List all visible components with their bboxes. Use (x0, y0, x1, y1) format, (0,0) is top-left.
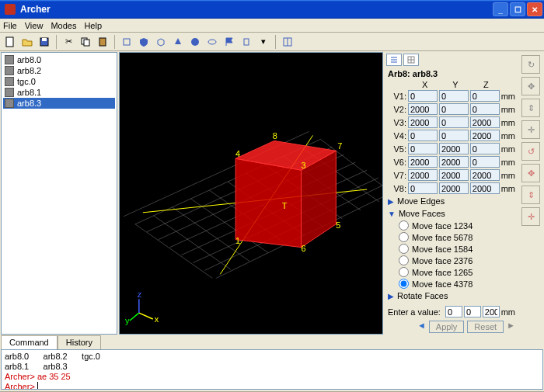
v5-x[interactable] (408, 143, 438, 154)
value-y[interactable] (464, 306, 481, 317)
forward-arrow-icon[interactable]: ► (507, 321, 515, 333)
shape-sphere-icon[interactable] (188, 35, 202, 49)
radio-face-1584[interactable]: Move face 1584 (385, 243, 518, 255)
section-move-faces[interactable]: ▼Move Faces (385, 207, 518, 220)
rotate-ccw-icon[interactable]: ↺ (521, 142, 540, 161)
panel-tab-list-icon[interactable] (386, 54, 402, 66)
panel-tab-grid-icon[interactable] (403, 54, 419, 66)
v2-z[interactable] (470, 103, 500, 115)
radio-face-1234[interactable]: Move face 1234 (385, 220, 518, 231)
maximize-button[interactable]: ☐ (510, 2, 525, 16)
svg-text:z: z (138, 290, 142, 299)
radio-face-5678[interactable]: Move face 5678 (385, 231, 518, 243)
minimize-button[interactable]: _ (493, 2, 508, 16)
v6-x[interactable] (408, 156, 438, 168)
shape-flag-icon[interactable] (222, 35, 236, 49)
v6-y[interactable] (439, 156, 469, 168)
tree-item-arb8-2[interactable]: arb8.2 (3, 65, 115, 76)
reset-button[interactable]: Reset (467, 321, 504, 333)
object-icon (5, 88, 14, 97)
v2-x[interactable] (408, 103, 438, 115)
apply-button[interactable]: Apply (429, 321, 465, 333)
back-arrow-icon[interactable]: ◄ (417, 321, 426, 333)
scale-icon[interactable]: ⇕ (521, 186, 540, 204)
tree-item-tgc-0[interactable]: tgc.0 (3, 76, 115, 87)
center-icon[interactable]: ✛ (521, 120, 540, 139)
shape-box-icon[interactable] (154, 35, 168, 49)
radio-face-4378[interactable]: Move face 4378 (385, 278, 518, 290)
menu-file[interactable]: File (3, 21, 17, 30)
section-rotate-faces[interactable]: ▶Rotate Faces (385, 290, 518, 302)
svg-rect-0 (6, 37, 13, 47)
tab-command[interactable]: Command (1, 335, 58, 349)
menu-modes[interactable]: Modes (51, 21, 76, 30)
v8-z[interactable] (470, 182, 500, 194)
value-z[interactable] (483, 306, 500, 317)
view-toolbar: ↻ ✥ ⇕ ✛ ↺ ✥ ⇕ ✛ (519, 52, 542, 335)
tab-history[interactable]: History (58, 335, 101, 349)
viewport-3d[interactable]: 1 6 5 4 3 8 7 T x y z (119, 52, 383, 335)
v4-y[interactable] (439, 130, 469, 141)
value-x[interactable] (445, 306, 462, 317)
open-icon[interactable] (20, 35, 34, 49)
target-icon[interactable]: ✛ (521, 207, 540, 226)
v3-y[interactable] (439, 116, 469, 128)
shape-arb-icon[interactable] (120, 35, 134, 49)
copy-icon[interactable] (78, 35, 92, 49)
menu-view[interactable]: View (25, 21, 44, 30)
radio-face-2376[interactable]: Move face 2376 (385, 255, 518, 266)
pan-icon[interactable]: ✥ (521, 77, 540, 95)
app-icon (5, 4, 16, 15)
v6-z[interactable] (470, 156, 500, 168)
v2-y[interactable] (439, 103, 469, 115)
paste-icon[interactable] (96, 35, 110, 49)
console[interactable]: arb8.0 arb8.2 tgc.0 arb8.1 arb8.3 Archer… (1, 349, 543, 390)
v1-y[interactable] (439, 90, 469, 102)
move-icon[interactable]: ✥ (521, 164, 540, 182)
v5-y[interactable] (439, 143, 469, 154)
save-icon[interactable] (37, 35, 51, 49)
v4-x[interactable] (408, 130, 438, 141)
tree-item-arb8-0[interactable]: arb8.0 (3, 54, 115, 65)
shape-cone-icon[interactable] (171, 35, 185, 49)
object-icon (5, 66, 14, 75)
shape-ellipse-icon[interactable] (205, 35, 219, 49)
v7-x[interactable] (408, 169, 438, 181)
tree-item-arb8-3[interactable]: arb8.3 (3, 98, 115, 109)
object-tree[interactable]: arb8.0 arb8.2 tgc.0 arb8.1 arb8.3 (1, 52, 117, 335)
v8-x[interactable] (408, 182, 438, 194)
close-button[interactable]: ✕ (527, 2, 542, 16)
radio-face-1265[interactable]: Move face 1265 (385, 266, 518, 278)
shape-tube-icon[interactable] (239, 35, 253, 49)
v7-y[interactable] (439, 169, 469, 181)
v5-z[interactable] (470, 143, 500, 154)
vertex-row-v2: V2:mm (385, 103, 518, 115)
tree-item-arb8-1[interactable]: arb8.1 (3, 87, 115, 98)
object-icon (5, 99, 14, 108)
main-area: arb8.0 arb8.2 tgc.0 arb8.1 arb8.3 (0, 51, 544, 335)
svg-text:x: x (155, 314, 159, 324)
value-entry-row: Enter a value: mm (385, 304, 518, 319)
section-move-edges[interactable]: ▶Move Edges (385, 195, 518, 207)
coord-header: XYZ (385, 80, 518, 89)
layout-icon[interactable] (281, 35, 295, 49)
cut-icon[interactable]: ✂ (61, 35, 75, 49)
v3-z[interactable] (470, 116, 500, 128)
v3-x[interactable] (408, 116, 438, 128)
shape-shield-icon[interactable] (137, 35, 151, 49)
zoom-updown-icon[interactable]: ⇕ (521, 99, 540, 117)
svg-point-7 (191, 38, 199, 46)
v1-x[interactable] (408, 90, 438, 102)
svg-rect-9 (244, 39, 249, 45)
v4-z[interactable] (470, 130, 500, 141)
dropdown-icon[interactable]: ▾ (256, 35, 270, 49)
svg-text:5: 5 (336, 220, 340, 230)
v7-z[interactable] (470, 169, 500, 181)
object-label: Arb8: arb8.3 (385, 68, 518, 80)
rotate-cw-icon[interactable]: ↻ (521, 55, 540, 74)
v1-z[interactable] (470, 90, 500, 102)
v8-y[interactable] (439, 182, 469, 194)
menu-help[interactable]: Help (84, 21, 102, 30)
titlebar: Archer _ ☐ ✕ (0, 0, 544, 19)
new-icon[interactable] (3, 35, 17, 49)
